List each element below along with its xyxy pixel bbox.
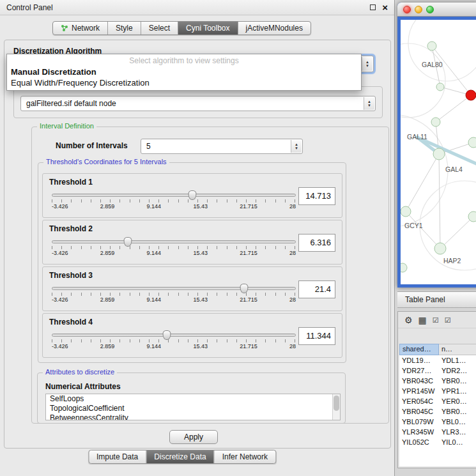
threshold-4-slider[interactable]: -3.4262.8599.14415.4321.71528: [52, 334, 296, 349]
list-item[interactable]: SelfLoops: [46, 394, 340, 404]
columns-icon[interactable]: ▦: [418, 316, 427, 325]
network-node[interactable]: [436, 83, 444, 91]
zoom-traffic-light-icon[interactable]: [426, 6, 434, 13]
tick-label: 28: [289, 250, 296, 256]
table-cell: YPR1…: [439, 386, 476, 396]
slider-thumb[interactable]: [188, 190, 197, 200]
table-cell: YDR27…: [399, 365, 439, 376]
slider-track[interactable]: [52, 334, 296, 337]
table-row[interactable]: YLR345WYLR3…: [399, 427, 476, 437]
tick-label: 28: [289, 296, 296, 303]
list-scrollbar[interactable]: [332, 394, 340, 420]
threshold-3-slider[interactable]: -3.4262.8599.14415.4321.71528: [52, 287, 296, 303]
algorithm-option-manual[interactable]: Manual Discretization: [7, 66, 361, 77]
list-item[interactable]: TopologicalCoefficient: [46, 404, 340, 413]
network-node[interactable]: [401, 263, 407, 272]
attributes-group-title: Attributes to discretize: [43, 368, 117, 376]
network-node[interactable]: [468, 137, 476, 148]
threshold-2-slider[interactable]: -3.4262.8599.14415.4321.71528: [52, 240, 296, 256]
network-edge[interactable]: [440, 217, 473, 249]
tick-label: 2.859: [100, 250, 115, 256]
tick-label: -3.426: [52, 250, 68, 256]
network-node[interactable]: [431, 118, 440, 127]
slider-track[interactable]: [52, 287, 296, 290]
network-canvas[interactable]: GAL80GAL11GAL4GCY1HAP2: [401, 20, 476, 284]
list-item[interactable]: BetweennessCentrality: [46, 413, 340, 420]
slider-thumb[interactable]: [162, 330, 171, 340]
table-cell: YBR0…: [439, 406, 476, 417]
interval-definition-title: Interval Definition: [37, 122, 96, 130]
apply-button[interactable]: Apply: [169, 430, 218, 444]
tab-discretize-data[interactable]: Discretize Data: [146, 450, 214, 463]
number-of-intervals-combobox[interactable]: 5 ▲▼: [141, 139, 303, 154]
tab-network[interactable]: Network: [53, 22, 108, 35]
tab-label: Style: [116, 24, 133, 33]
tick-label: 15.43: [193, 250, 208, 256]
table-row[interactable]: YER054CYER0…: [399, 396, 476, 406]
threshold-3-value[interactable]: 21.4: [298, 280, 335, 298]
threshold-1-label: Threshold 1: [49, 178, 93, 187]
scrollbar-thumb[interactable]: [334, 395, 339, 411]
table-cell: YER0…: [439, 396, 476, 406]
network-edge[interactable]: [436, 95, 471, 122]
curved-edge: [408, 20, 476, 81]
table-row[interactable]: YBR043CYBR0…: [399, 376, 476, 386]
network-node[interactable]: [468, 211, 476, 222]
threshold-1-slider[interactable]: -3.4262.8599.14415.4321.71528: [52, 194, 296, 210]
table-row[interactable]: YIL052CYIL0…: [399, 437, 476, 447]
table-row[interactable]: YPR145WYPR1…: [399, 386, 476, 396]
tab-select[interactable]: Select: [141, 22, 178, 35]
tick-label: 21.715: [240, 296, 257, 303]
close-icon[interactable]: ×: [382, 4, 388, 11]
column-header-name[interactable]: n…: [439, 344, 476, 355]
select-check-2-icon[interactable]: ☑: [445, 316, 451, 325]
threshold-2-panel: Threshold 2 -3.4262.8599.14415.4321.7152…: [42, 220, 342, 265]
combo-stepper-icon[interactable]: ▲▼: [362, 57, 372, 71]
minimize-traffic-light-icon[interactable]: [415, 6, 422, 13]
network-icon: [61, 24, 68, 32]
window-title: Control Panel: [6, 3, 53, 12]
combo-stepper-icon[interactable]: ▲▼: [364, 97, 374, 110]
number-of-intervals-value: 5: [146, 142, 151, 151]
network-node[interactable]: [433, 148, 445, 160]
threshold-2-value[interactable]: 6.316: [298, 234, 335, 252]
table-cell: YBR045C: [399, 406, 439, 417]
settings-icon[interactable]: ⚙: [404, 316, 413, 325]
network-edge[interactable]: [406, 154, 439, 211]
numerical-attributes-list[interactable]: SelfLoopsTopologicalCoefficientBetweenne…: [45, 394, 341, 420]
tick-label: -3.426: [52, 203, 68, 210]
network-node[interactable]: [434, 243, 446, 254]
screenshot-root: Control Panel × Network Style Select Cyn…: [0, 0, 476, 476]
column-header-shared-name[interactable]: shared…: [399, 344, 439, 355]
table-row[interactable]: YDR27…YDR2…: [399, 365, 476, 376]
table-row[interactable]: YDL19…YDL1…: [399, 355, 476, 365]
network-node[interactable]: [427, 42, 436, 50]
table-data-combobox[interactable]: galFiltered.sif default node ▲▼: [20, 96, 376, 111]
slider-track[interactable]: [52, 240, 296, 243]
table-row[interactable]: YBL079WYBL0…: [399, 417, 476, 427]
threshold-1-value[interactable]: 14.713: [298, 187, 335, 205]
slider-thumb[interactable]: [123, 237, 132, 247]
tab-jactivemnodules[interactable]: jActiveMNodules: [238, 22, 311, 35]
algorithm-option-equal-width[interactable]: Equal Width/Frequency Discretization: [7, 77, 361, 88]
tab-impute-data[interactable]: Impute Data: [89, 450, 146, 463]
network-node[interactable]: [401, 206, 411, 217]
close-traffic-light-icon[interactable]: [403, 6, 411, 13]
slider-ticks: [52, 199, 296, 203]
tab-style[interactable]: Style: [108, 22, 141, 35]
slider-track[interactable]: [52, 194, 296, 197]
network-node[interactable]: [466, 90, 476, 100]
top-tabstrip: Network Style Select Cyni Toolbox jActiv…: [52, 21, 311, 35]
float-window-icon[interactable]: [370, 4, 376, 10]
table-cell: YBR0…: [439, 376, 476, 386]
combo-stepper-icon[interactable]: ▲▼: [291, 140, 302, 153]
table-row[interactable]: YBR045CYBR0…: [399, 406, 476, 417]
slider-thumb[interactable]: [240, 284, 249, 293]
tick-label: 28: [289, 203, 296, 210]
threshold-4-value[interactable]: 11.344: [298, 327, 335, 345]
number-of-intervals-label: Number of Intervals: [56, 141, 128, 150]
tick-label: 15.43: [193, 343, 208, 349]
tab-infer-network[interactable]: Infer Network: [215, 450, 275, 463]
tab-cyni-toolbox[interactable]: Cyni Toolbox: [178, 22, 238, 35]
select-check-1-icon[interactable]: ☑: [433, 316, 439, 325]
